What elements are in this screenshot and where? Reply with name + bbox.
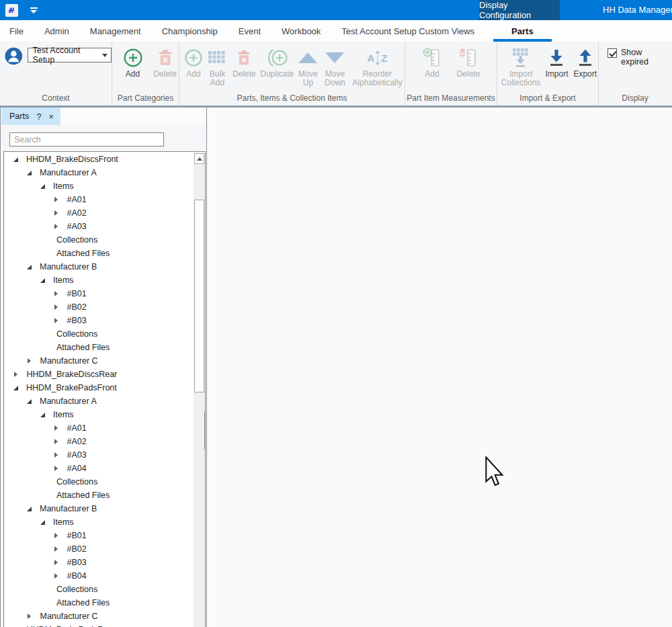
expand-toggle-collapsed-icon (54, 439, 58, 444)
tree-item[interactable]: Attached Files (4, 596, 205, 610)
close-icon[interactable]: × (48, 112, 54, 122)
delete-category-button: Delete (151, 46, 179, 79)
parts-panel: Parts ? × HHDM_BrakeDiscsFront Manufactu… (0, 108, 207, 627)
download-arrow-icon (548, 46, 565, 70)
expand-toggle-collapsed-icon (54, 533, 58, 538)
tree-item[interactable]: Collections (4, 233, 205, 247)
ribbon-tab-event[interactable]: Event (239, 20, 261, 42)
tree-item[interactable]: Collections (4, 327, 205, 341)
panel-tab-parts[interactable]: Parts ? × (1, 108, 60, 125)
active-view-tab: Display Configuration (479, 0, 560, 20)
expand-toggle-collapsed-icon (54, 560, 58, 565)
move-down-button: Move Down (321, 46, 349, 87)
ribbon-tab-test-account-setup-custom-views[interactable]: Test Account Setup Custom Views (341, 20, 474, 42)
tree-item[interactable]: #B03 (4, 314, 205, 327)
tree-item[interactable]: Manufacturer A (4, 166, 205, 179)
tree-item[interactable]: Collections (4, 583, 205, 596)
group-label-display: Display (599, 93, 671, 106)
tree-item[interactable]: #A01 (4, 421, 205, 435)
expand-toggle-expanded-icon (40, 413, 45, 417)
ruler-add-icon (423, 46, 442, 70)
ribbon-group-display: Show expired Display (599, 42, 671, 106)
tree-item[interactable]: #B02 (4, 542, 205, 556)
group-label-part-categories: Part Categories (112, 93, 179, 106)
delete-item-button: Delete (230, 46, 258, 79)
tree-item[interactable]: #A02 (4, 206, 205, 220)
trash-icon (157, 46, 174, 70)
grid-icon (208, 46, 226, 70)
panel-splitter-grip[interactable] (204, 411, 206, 449)
tree-item[interactable]: #A03 (4, 448, 205, 462)
tree-item[interactable]: Items (4, 515, 205, 529)
import-button[interactable]: Import (542, 46, 571, 79)
ribbon-group-part-item-measurements: Add Delete Part Item Measurements (405, 42, 497, 106)
expand-toggle-collapsed-icon (54, 197, 58, 202)
tree-item[interactable]: Attached Files (4, 341, 205, 354)
tree-item[interactable]: Items (4, 274, 205, 287)
app-logo-icon[interactable] (5, 4, 18, 17)
search-input[interactable] (9, 132, 164, 147)
parts-tree: HHDM_BrakeDiscsFront Manufacturer A Item… (3, 151, 206, 627)
tree-item[interactable]: Manufacturer C (4, 354, 205, 368)
tree-item[interactable]: HHDM_BrakePadsRear (4, 623, 205, 627)
tree-item[interactable]: Manufacturer C (4, 610, 205, 623)
tree-item[interactable]: Attached Files (4, 247, 205, 260)
delete-category-label: Delete (153, 70, 177, 79)
add-item-button: Add (183, 46, 204, 79)
tree-item[interactable]: #B04 (4, 569, 205, 583)
expand-toggle-collapsed-icon (54, 224, 58, 229)
quick-access-dropdown-icon[interactable] (30, 7, 38, 13)
group-label-part-item-measurements: Part Item Measurements (405, 93, 497, 106)
sort-az-icon: A Z (367, 46, 387, 70)
group-label-import-export: Import & Export (497, 93, 598, 106)
tree-item[interactable]: Manufacturer B (4, 502, 205, 515)
reorder-alphabetically-button: A Z Reorder Alphabetically (350, 46, 405, 87)
tree-item[interactable]: #B03 (4, 556, 205, 569)
ribbon-tab-championship[interactable]: Championship (162, 20, 218, 42)
tree-item[interactable]: #B01 (4, 529, 205, 542)
expand-toggle-expanded-icon (27, 399, 32, 404)
expand-toggle-expanded-icon (13, 386, 18, 390)
scroll-up-button[interactable] (194, 153, 204, 164)
ribbon-tab-parts[interactable]: Parts (511, 20, 534, 42)
tree-item[interactable]: Items (4, 408, 205, 421)
show-expired-checkbox[interactable] (607, 48, 617, 58)
scrollbar-thumb[interactable] (194, 200, 204, 392)
ribbon-tab-file[interactable]: File (9, 20, 24, 42)
tree-item[interactable]: #B01 (4, 287, 205, 300)
user-context-icon (5, 47, 23, 65)
context-combobox[interactable]: Test Account Setup (28, 48, 112, 62)
tree-item[interactable]: Manufacturer B (4, 260, 205, 274)
tree-item[interactable]: #A02 (4, 435, 205, 448)
tree-item[interactable]: #B02 (4, 300, 205, 314)
tree-item[interactable]: #A03 (4, 220, 205, 233)
chevron-down-icon (102, 54, 108, 57)
ribbon-tab-admin[interactable]: Admin (44, 20, 69, 42)
tree-item[interactable]: Collections (4, 475, 205, 489)
tree-item[interactable]: #A04 (4, 462, 205, 475)
mouse-cursor (485, 456, 505, 487)
titlebar: Display Configuration HH Data Management (0, 0, 672, 20)
add-circle-icon (123, 46, 143, 70)
tree-item[interactable]: HHDM_BrakePadsFront (4, 381, 205, 394)
tree-item[interactable]: Attached Files (4, 489, 205, 502)
ribbon-group-context: Test Account Setup Context (0, 42, 112, 106)
delete-measurement-button: Delete (452, 46, 485, 79)
expand-toggle-expanded-icon (27, 265, 32, 269)
tree-item[interactable]: #A01 (4, 193, 205, 206)
ribbon: Test Account Setup Context Add Delete Pa… (0, 42, 672, 106)
tree-item[interactable]: HHDM_BrakeDiscsFront (4, 153, 205, 166)
ribbon-tab-management[interactable]: Management (90, 20, 141, 42)
export-button[interactable]: Export (573, 46, 598, 79)
expand-toggle-collapsed-icon (54, 546, 58, 552)
ribbon-group-part-categories: Add Delete Part Categories (112, 42, 179, 106)
window-title: HH Data Management (603, 0, 672, 20)
ribbon-tab-workbook[interactable]: Workbook (282, 20, 321, 42)
tree-item[interactable]: HHDM_BrakeDiscsRear (4, 368, 205, 381)
vertical-scrollbar[interactable] (194, 153, 205, 627)
help-icon[interactable]: ? (36, 112, 41, 122)
upload-arrow-icon (577, 46, 594, 70)
add-category-button[interactable]: Add (119, 46, 146, 79)
tree-item[interactable]: Items (4, 179, 205, 193)
tree-item[interactable]: Manufacturer A (4, 394, 205, 408)
